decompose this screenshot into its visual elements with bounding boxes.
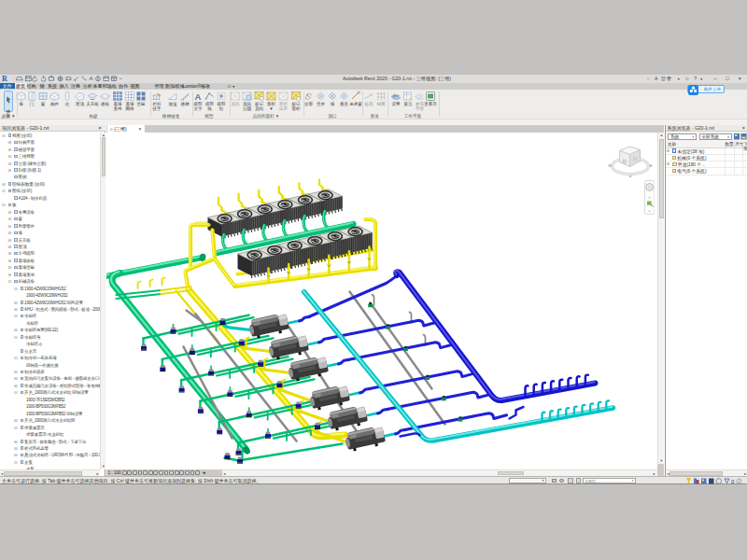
svg-text:前: 前 bbox=[622, 159, 627, 165]
svg-text:A: A bbox=[89, 75, 93, 81]
svg-text:0: 0 bbox=[731, 479, 735, 484]
svg-text:A: A bbox=[195, 91, 202, 101]
svg-text:右: 右 bbox=[632, 156, 638, 162]
